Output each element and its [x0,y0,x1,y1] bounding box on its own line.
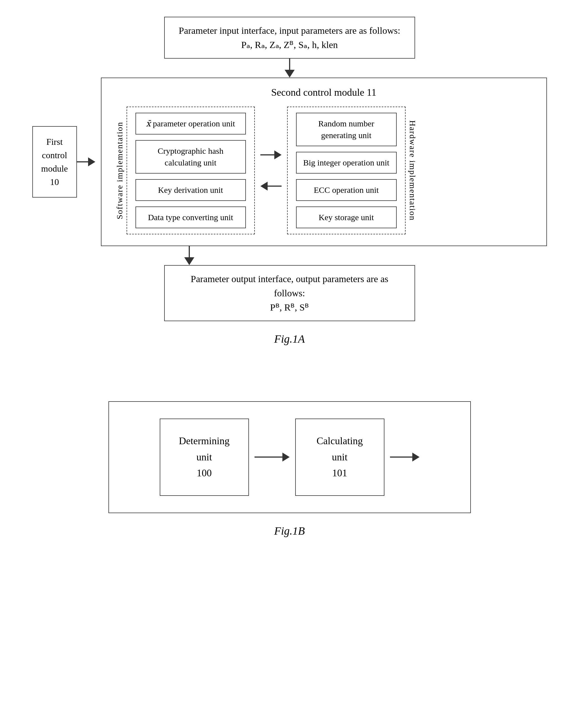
crypto-hash-unit: Cryptographic hashcalculating unit [136,140,246,174]
param-input-line1: Parameter input interface, input paramet… [176,23,403,38]
param-output-line2: Pᴮ, Rᴮ, Sᴮ [176,300,403,314]
fig1b-label: Fig.1B [274,524,305,538]
calculating-unit-line3: 101 [307,465,373,481]
key-storage-unit: Key storage unit [296,207,397,228]
arrow-exit [390,452,419,462]
arrow-first-to-second [77,157,95,166]
determining-unit-line2: unit [171,449,237,465]
hardware-label-container: Hardware implementation [406,107,419,234]
fig1b-inner-box: Determining unit 100 Calculating unit 10… [108,401,471,513]
second-control-label: Second control module 11 [113,86,535,98]
software-label-container: Software implementation [113,107,127,234]
software-dashed-box: x̄ parameter operation unit Cryptographi… [127,107,255,234]
param-input-line2: Pₐ, Rₐ, Zₐ, Zᴮ, Sₐ, h, klen [176,38,403,52]
main-modules-row: First control module 10 Second control m… [25,78,554,246]
determining-unit-line1: Determining [171,433,237,449]
param-output-line1: Parameter output interface, output param… [176,272,403,300]
software-section: Software implementation x̄ parameter ope… [113,107,255,234]
first-control-line4: 10 [38,175,71,189]
arrow-down-1 [285,59,295,78]
fig1b-container: Determining unit 100 Calculating unit 10… [25,401,554,554]
second-control-inner: Software implementation x̄ parameter ope… [113,107,535,234]
x-param-unit: x̄ parameter operation unit [136,113,246,134]
fig1a-label: Fig.1A [274,332,305,345]
arrow-down-2 [184,246,194,265]
big-integer-unit: Big integer operation unit [296,152,397,174]
middle-arrows [255,107,287,234]
hardware-dashed-box: Random numbergenerating unit Big integer… [287,107,406,234]
ecc-operation-unit: ECC operation unit [296,179,397,201]
hardware-label: Hardware implementation [406,118,419,224]
first-control-outer: First control module 10 [32,126,95,198]
calculating-unit-line1: Calculating [307,433,373,449]
fig1a-container: Parameter input interface, input paramet… [25,17,554,362]
first-control-box: First control module 10 [32,126,77,198]
random-number-unit: Random numbergenerating unit [296,113,397,146]
second-control-box: Second control module 11 Software implem… [101,78,547,246]
page-content: Parameter input interface, input paramet… [25,17,554,554]
calculating-unit-line2: unit [307,449,373,465]
param-output-box: Parameter output interface, output param… [164,265,415,321]
first-control-line3: module [38,162,71,175]
key-derivation-unit: Key derivation unit [136,179,246,201]
data-type-converting-unit: Data type converting unit [136,207,246,228]
arrow-hw-to-sw-bottom [260,182,281,190]
determining-unit-line3: 100 [171,465,237,481]
first-control-line1: First [38,135,71,149]
hardware-section: Random numbergenerating unit Big integer… [287,107,419,234]
software-label: Software implementation [113,119,127,222]
arrow-sw-to-hw-top [260,150,281,159]
arrow-det-to-calc [254,452,290,462]
determining-unit-box: Determining unit 100 [160,419,249,496]
calculating-unit-box: Calculating unit 101 [295,419,384,496]
first-control-line2: control [38,149,71,162]
param-input-box: Parameter input interface, input paramet… [164,17,415,59]
